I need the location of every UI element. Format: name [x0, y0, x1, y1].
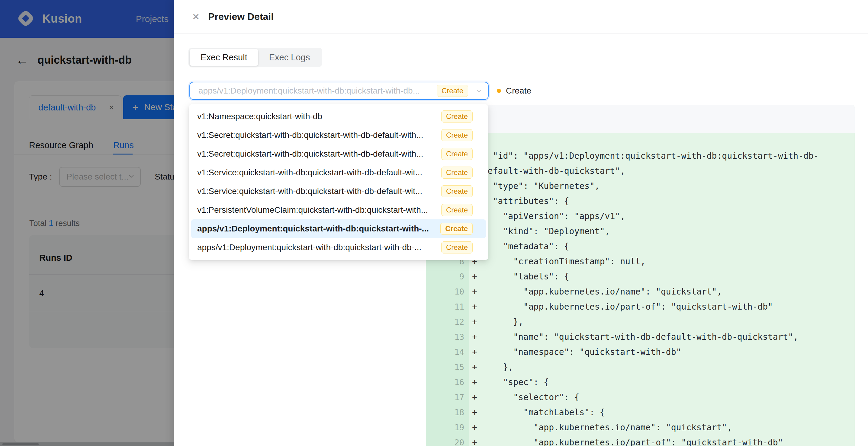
diff-line-number: 10: [426, 284, 469, 299]
diff-row: 5+ "apiVersion": "apps/v1",: [426, 209, 855, 224]
diff-row: 9+ "labels": {: [426, 269, 855, 284]
diff-viewer: 1+{2+ "id": "apps/v1:Deployment:quicksta…: [426, 105, 855, 446]
resource-option[interactable]: v1:Secret:quickstart-with-db:quickstart-…: [191, 126, 486, 144]
diff-added-sign: +: [469, 299, 483, 314]
preview-detail-drawer: ✕ Preview Detail Exec Result Exec Logs a…: [174, 0, 868, 446]
diff-code-text: "creationTimestamp": null,: [483, 254, 855, 269]
diff-panel-header: [426, 105, 855, 133]
diff-code-text: "apiVersion": "apps/v1",: [483, 209, 855, 224]
diff-code-text: "metadata": {: [483, 239, 855, 254]
diff-added-sign: +: [469, 284, 483, 299]
diff-row: 14+ "namespace": "quickstart-with-db": [426, 345, 855, 360]
diff-added-sign: +: [469, 330, 483, 345]
diff-code-text: "spec": {: [483, 375, 855, 390]
diff-code-text: "app.kubernetes.io/name": "quickstart",: [483, 284, 855, 299]
exec-status-label: Create: [506, 86, 531, 96]
resource-option-label: v1:Service:quickstart-with-db:quickstart…: [197, 186, 441, 196]
resource-option-label: v1:Namespace:quickstart-with-db: [197, 112, 441, 121]
resource-dropdown-list: v1:Namespace:quickstart-with-dbCreatev1:…: [189, 107, 488, 257]
diff-row: 13+ "name": "quickstart-with-db-default-…: [426, 330, 855, 345]
diff-row: 6+ "kind": "Deployment",: [426, 224, 855, 239]
chevron-down-icon: [475, 87, 483, 95]
diff-added-sign: +: [469, 405, 483, 420]
diff-line-number: 9: [426, 269, 469, 284]
diff-row: 10+ "app.kubernetes.io/name": "quickstar…: [426, 284, 855, 299]
resource-option-tag: Create: [441, 185, 473, 197]
diff-rows: 1+{2+ "id": "apps/v1:Deployment:quicksta…: [426, 133, 855, 446]
diff-added-sign: +: [469, 360, 483, 375]
diff-added-sign: +: [469, 390, 483, 405]
segment-exec-result[interactable]: Exec Result: [190, 49, 258, 66]
diff-code-text: default-with-db-quickstart",: [483, 164, 855, 179]
diff-code-text: "labels": {: [483, 269, 855, 284]
diff-code-text: "name": "quickstart-with-db-default-with…: [483, 330, 855, 345]
diff-row: 8+ "creationTimestamp": null,: [426, 254, 855, 269]
diff-line-number: 14: [426, 345, 469, 360]
diff-row: 7+ "metadata": {: [426, 239, 855, 254]
diff-added-sign: +: [469, 345, 483, 360]
resource-option-tag: Create: [441, 167, 473, 179]
diff-code-text: },: [483, 314, 855, 330]
diff-row: 1+{: [426, 133, 855, 148]
exec-segmented-control: Exec Result Exec Logs: [188, 48, 322, 67]
resource-option[interactable]: v1:Namespace:quickstart-with-dbCreate: [191, 107, 486, 126]
diff-row: 20+ "app.kubernetes.io/part-of": "quicks…: [426, 435, 855, 446]
resource-option-tag: Create: [441, 148, 473, 160]
resource-option-tag: Create: [441, 110, 473, 123]
resource-option-tag: Create: [441, 204, 473, 216]
diff-code-text: {: [483, 133, 855, 148]
diff-added-sign: +: [469, 435, 483, 446]
diff-added-sign: +: [469, 269, 483, 284]
diff-line-number: 18: [426, 405, 469, 420]
diff-row: 16+ "spec": {: [426, 375, 855, 390]
resource-option[interactable]: v1:Service:quickstart-with-db:quickstart…: [191, 163, 486, 182]
drawer-title: Preview Detail: [208, 11, 274, 22]
resource-dropdown: v1:Namespace:quickstart-with-dbCreatev1:…: [189, 104, 488, 260]
exec-status: Create: [497, 82, 531, 100]
resource-option-label: v1:PersistentVolumeClaim:quickstart-with…: [197, 205, 441, 215]
diff-code-text: "type": "Kubernetes",: [483, 179, 855, 194]
diff-row: 2+ "id": "apps/v1:Deployment:quickstart-…: [426, 148, 855, 164]
resource-select[interactable]: apps/v1:Deployment:quickstart-with-db:qu…: [189, 82, 489, 100]
diff-line-number: 16: [426, 375, 469, 390]
diff-code-text: },: [483, 360, 855, 375]
diff-code-text: "matchLabels": {: [483, 405, 855, 420]
close-icon[interactable]: ✕: [192, 12, 199, 22]
diff-row: 12+ },: [426, 314, 855, 330]
diff-code-text: "app.kubernetes.io/part-of": "quickstart…: [483, 435, 855, 446]
diff-row: 15+ },: [426, 360, 855, 375]
diff-added-sign: +: [469, 420, 483, 435]
screen: Kusion Projects Workspaces ← quickstart-…: [0, 0, 868, 446]
resource-option-label: apps/v1:Deployment:quickstart-with-db:qu…: [197, 224, 440, 234]
resource-option-tag: Create: [441, 129, 473, 141]
resource-option[interactable]: v1:PersistentVolumeClaim:quickstart-with…: [191, 201, 486, 219]
diff-row: 19+ "app.kubernetes.io/name": "quickstar…: [426, 420, 855, 435]
diff-line-number: 17: [426, 390, 469, 405]
resource-option-label: v1:Secret:quickstart-with-db:quickstart-…: [197, 149, 441, 159]
diff-code-text: "id": "apps/v1:Deployment:quickstart-wit…: [483, 148, 855, 164]
resource-option-label: apps/v1:Deployment:quickstart-with-db:qu…: [197, 243, 441, 252]
diff-code-text: "selector": {: [483, 390, 855, 405]
resource-option[interactable]: v1:Secret:quickstart-with-db:quickstart-…: [191, 144, 486, 163]
diff-code-text: "attributes": {: [483, 194, 855, 209]
diff-row: 4+ "attributes": {: [426, 194, 855, 209]
diff-row: 17+ "selector": {: [426, 390, 855, 405]
resource-option[interactable]: apps/v1:Deployment:quickstart-with-db:qu…: [191, 219, 486, 238]
diff-row: default-with-db-quickstart",: [426, 164, 855, 179]
resource-option-label: v1:Secret:quickstart-with-db:quickstart-…: [197, 130, 441, 140]
diff-added-sign: +: [469, 375, 483, 390]
diff-row: 3+ "type": "Kubernetes",: [426, 179, 855, 194]
diff-row: 11+ "app.kubernetes.io/part-of": "quicks…: [426, 299, 855, 314]
resource-option-tag: Create: [441, 241, 473, 253]
diff-code-text: "app.kubernetes.io/part-of": "quickstart…: [483, 299, 855, 314]
diff-added-sign: +: [469, 314, 483, 330]
segment-exec-logs[interactable]: Exec Logs: [258, 49, 321, 66]
diff-code-text: "namespace": "quickstart-with-db": [483, 345, 855, 360]
diff-line-number: 20: [426, 435, 469, 446]
resource-option-tag: Create: [440, 223, 473, 235]
resource-option[interactable]: v1:Service:quickstart-with-db:quickstart…: [191, 182, 486, 201]
status-tag: Create: [437, 85, 468, 97]
resource-option[interactable]: apps/v1:Deployment:quickstart-with-db:qu…: [191, 238, 486, 257]
diff-row: 18+ "matchLabels": {: [426, 405, 855, 420]
status-dot-icon: [497, 89, 501, 93]
